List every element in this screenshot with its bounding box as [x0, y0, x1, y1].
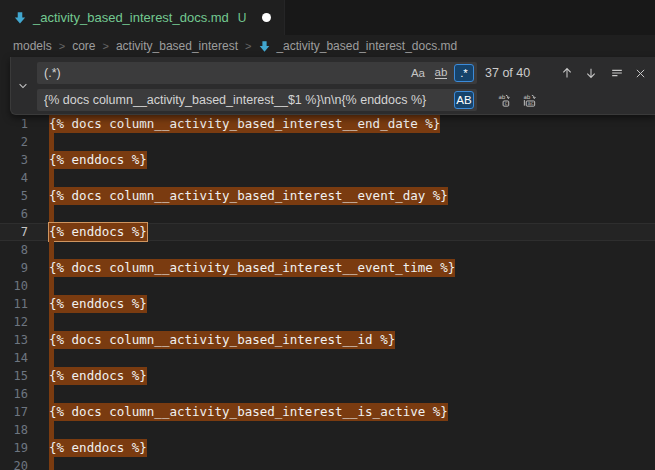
breadcrumb-separator: > — [245, 40, 251, 52]
find-input[interactable] — [37, 66, 408, 80]
zero-width-match-highlight — [49, 421, 54, 439]
tab-bar: _activity_based_interest_docs.md U — [0, 0, 655, 35]
editor-line[interactable] — [49, 277, 655, 295]
vscode-window: _activity_based_interest_docs.md U model… — [0, 0, 655, 470]
editor[interactable]: 1234567891011121314151617181920 {% docs … — [0, 115, 655, 470]
selection-lines-icon — [610, 66, 624, 80]
line-number: 9 — [0, 259, 28, 277]
editor-line[interactable]: {% enddocs %} — [49, 151, 655, 169]
preserve-case-button[interactable]: AB — [454, 91, 474, 109]
editor-line[interactable] — [49, 421, 655, 439]
whole-word-button[interactable]: ab — [431, 64, 451, 82]
line-number: 7 — [0, 223, 28, 241]
editor-line[interactable]: {% enddocs %} — [49, 439, 655, 457]
editor-line[interactable] — [49, 313, 655, 331]
editor-line[interactable] — [49, 169, 655, 187]
whole-word-label: ab — [435, 67, 448, 79]
regex-button[interactable]: .* — [454, 64, 474, 82]
line-number: 3 — [0, 151, 28, 169]
regex-label: .* — [460, 67, 468, 79]
breadcrumb-item-models[interactable]: models — [13, 39, 52, 53]
match-highlight: {% enddocs %} — [49, 151, 147, 169]
editor-line[interactable] — [49, 205, 655, 223]
arrow-down-icon — [584, 66, 598, 80]
line-number: 12 — [0, 313, 28, 331]
zero-width-match-highlight — [49, 133, 54, 151]
replace-all-button[interactable]: ab ac — [518, 89, 540, 111]
match-case-button[interactable]: Aa — [408, 64, 428, 82]
zero-width-match-highlight — [49, 169, 54, 187]
match-case-label: Aa — [411, 67, 425, 79]
find-in-selection-button[interactable] — [606, 62, 628, 84]
editor-line[interactable] — [49, 349, 655, 367]
zero-width-match-highlight — [49, 205, 54, 223]
replace-all-icon: ab ac — [522, 93, 537, 108]
dbt-file-icon — [258, 40, 271, 53]
editor-line[interactable]: {% docs column__activity_based_interest_… — [49, 187, 655, 205]
arrow-up-icon — [560, 66, 574, 80]
toggle-replace-button[interactable] — [11, 57, 35, 114]
replace-input[interactable] — [37, 93, 454, 107]
line-number: 17 — [0, 403, 28, 421]
match-highlight: {% docs column__activity_based_interest_… — [49, 259, 455, 277]
zero-width-match-highlight — [49, 241, 54, 259]
zero-width-match-highlight — [49, 277, 54, 295]
code-area[interactable]: {% docs column__activity_based_interest_… — [49, 115, 655, 470]
line-number: 15 — [0, 367, 28, 385]
editor-line[interactable] — [49, 133, 655, 151]
zero-width-match-highlight — [49, 349, 54, 367]
editor-line[interactable]: {% docs column__activity_based_interest_… — [49, 259, 655, 277]
replace-input-box: AB — [37, 89, 477, 111]
match-count: 37 of 40 — [485, 62, 530, 84]
line-number: 18 — [0, 421, 28, 439]
editor-line[interactable]: {% enddocs %} — [49, 223, 655, 241]
svg-text:ac: ac — [527, 100, 533, 106]
match-highlight: {% enddocs %} — [49, 439, 147, 457]
next-match-button[interactable] — [580, 62, 602, 84]
line-number: 4 — [0, 169, 28, 187]
editor-line[interactable]: {% enddocs %} — [49, 367, 655, 385]
dbt-file-icon — [13, 11, 27, 25]
svg-text:c: c — [504, 100, 507, 106]
editor-line[interactable] — [49, 385, 655, 403]
editor-line[interactable]: {% enddocs %} — [49, 295, 655, 313]
breadcrumb-item-activity-based-interest[interactable]: activity_based_interest — [116, 39, 238, 53]
line-number: 13 — [0, 331, 28, 349]
replace-button[interactable]: ab c — [493, 89, 515, 111]
line-number: 19 — [0, 439, 28, 457]
chevron-down-icon — [17, 80, 29, 92]
current-match-highlight: {% enddocs %} — [49, 223, 147, 241]
editor-line[interactable]: {% docs column__activity_based_interest_… — [49, 115, 655, 133]
modified-dot-close-button[interactable] — [262, 13, 271, 22]
breadcrumb: models > core > activity_based_interest … — [0, 35, 655, 57]
breadcrumb-item-core[interactable]: core — [72, 39, 95, 53]
svg-text:ab: ab — [498, 93, 505, 99]
tab-activity-based-interest-docs[interactable]: _activity_based_interest_docs.md U — [0, 0, 285, 35]
find-widget: Aa ab .* 37 of 40 — [10, 57, 655, 115]
line-number: 6 — [0, 205, 28, 223]
close-find-button[interactable] — [629, 62, 651, 84]
preserve-case-label: AB — [456, 94, 471, 106]
line-number: 16 — [0, 385, 28, 403]
editor-line[interactable] — [49, 457, 655, 470]
zero-width-match-highlight — [49, 313, 54, 331]
gutter: 1234567891011121314151617181920 — [0, 115, 28, 470]
match-highlight: {% enddocs %} — [49, 295, 147, 313]
line-number: 2 — [0, 133, 28, 151]
editor-line[interactable]: {% docs column__activity_based_interest_… — [49, 403, 655, 421]
tab-label: _activity_based_interest_docs.md — [33, 10, 229, 25]
replace-icon: ab c — [497, 93, 512, 108]
line-number: 14 — [0, 349, 28, 367]
breadcrumb-separator: > — [102, 40, 108, 52]
breadcrumb-item-file[interactable]: _activity_based_interest_docs.md — [258, 39, 457, 53]
editor-line[interactable]: {% docs column__activity_based_interest_… — [49, 331, 655, 349]
find-input-box: Aa ab .* — [37, 62, 477, 84]
line-number: 5 — [0, 187, 28, 205]
editor-line[interactable] — [49, 241, 655, 259]
breadcrumb-file-label: _activity_based_interest_docs.md — [276, 39, 457, 53]
previous-match-button[interactable] — [556, 62, 578, 84]
line-number: 20 — [0, 457, 28, 470]
match-highlight: {% docs column__activity_based_interest_… — [49, 331, 395, 349]
zero-width-match-highlight — [49, 385, 54, 403]
git-status-badge: U — [238, 11, 247, 25]
